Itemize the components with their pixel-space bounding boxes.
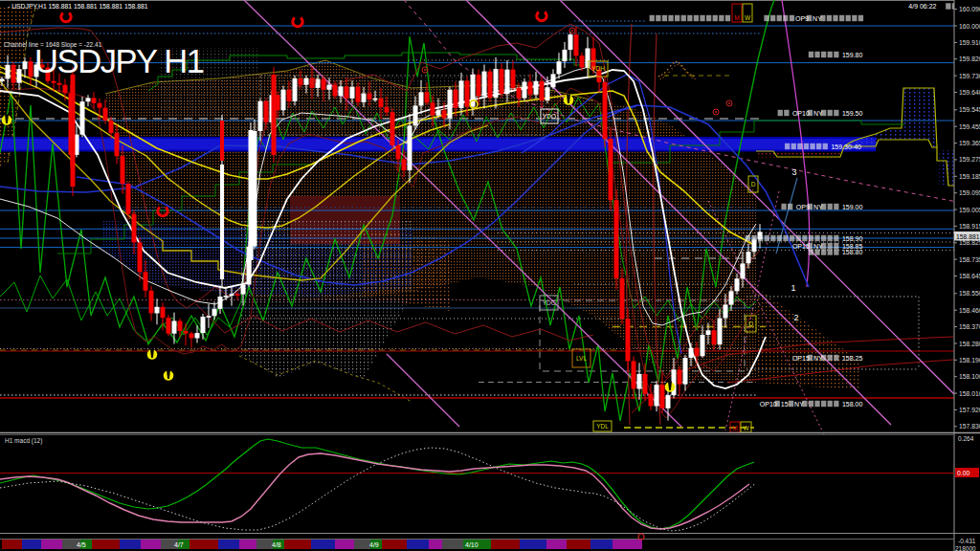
svg-text:158.25: 158.25 [842, 355, 863, 362]
svg-text:159.820: 159.820 [959, 55, 980, 62]
svg-text:158.90: 158.90 [842, 235, 863, 242]
svg-text:159.005: 159.005 [959, 207, 980, 213]
svg-text:4/10: 4/10 [465, 541, 479, 548]
svg-text:0.264: 0.264 [958, 435, 974, 442]
svg-text:3: 3 [791, 167, 796, 177]
svg-text:- USDJPY,H1 158.881 158.881 1: - USDJPY,H1 158.881 158.881 158.881 158.… [8, 3, 148, 10]
svg-text:4/7: 4/7 [174, 541, 184, 548]
svg-text:159.545: 159.545 [959, 106, 980, 113]
svg-text:159.50: 159.50 [842, 110, 863, 117]
svg-text:159.095: 159.095 [959, 189, 980, 196]
svg-text:159.00: 159.00 [842, 204, 863, 210]
svg-text:W: W [743, 425, 749, 431]
svg-text:W: W [745, 14, 751, 21]
svg-text:158.915: 158.915 [959, 223, 980, 230]
svg-text:158.881: 158.881 [956, 233, 980, 240]
svg-text:158.010: 158.010 [959, 390, 980, 397]
svg-text:159.80: 159.80 [842, 52, 863, 58]
svg-text:158.460: 158.460 [959, 307, 980, 314]
svg-text:2: 2 [793, 313, 798, 322]
svg-text:YDO: YDO [543, 113, 556, 120]
svg-text:159.910: 159.910 [959, 39, 980, 46]
svg-text:159.30-40: 159.30-40 [831, 143, 861, 150]
svg-text:0.00: 0.00 [957, 470, 969, 476]
svg-text:218000: 218000 [955, 545, 976, 551]
svg-text:H1 macd (12): H1 macd (12) [5, 437, 42, 445]
svg-text:4/8: 4/8 [272, 541, 281, 548]
svg-text:OP15: OP15 [792, 355, 810, 362]
svg-text:YDH: YDH [591, 65, 605, 72]
svg-text:4/9 06:22: 4/9 06:22 [908, 3, 936, 10]
svg-text:160.000: 160.000 [959, 23, 980, 30]
svg-text:158.190: 158.190 [959, 357, 980, 364]
svg-text:159.365: 159.365 [959, 140, 980, 146]
svg-text:M: M [732, 425, 737, 431]
svg-text:OP10: OP10 [792, 110, 810, 117]
svg-text:YDL: YDL [596, 423, 609, 430]
svg-text:USDJPY H1: USDJPY H1 [34, 43, 205, 79]
svg-text:158.100: 158.100 [959, 373, 980, 380]
svg-text:158.80: 158.80 [842, 249, 863, 255]
svg-text:15: 15 [781, 401, 789, 408]
svg-text:159.185: 159.185 [959, 173, 980, 180]
svg-text:159.455: 159.455 [959, 123, 980, 130]
svg-text:D: D [751, 181, 756, 187]
svg-text:4/9: 4/9 [369, 541, 379, 548]
svg-text:159.275: 159.275 [959, 156, 980, 163]
svg-text:OP15: OP15 [792, 243, 810, 250]
svg-text:YDC: YDC [543, 299, 556, 306]
svg-text:158.735: 158.735 [959, 256, 980, 263]
svg-text:157.920: 157.920 [959, 407, 980, 413]
svg-text:1: 1 [791, 283, 795, 293]
svg-text:158.645: 158.645 [959, 273, 980, 279]
svg-text:4/5: 4/5 [77, 541, 86, 548]
svg-text:158.280: 158.280 [959, 341, 980, 347]
svg-text:158.00: 158.00 [842, 401, 863, 408]
svg-text:159.640: 159.640 [959, 89, 980, 96]
svg-text:158.550: 158.550 [959, 290, 980, 297]
svg-text:158.370: 158.370 [959, 323, 980, 330]
svg-text:LVL: LVL [576, 355, 587, 362]
svg-text:M: M [734, 14, 739, 21]
svg-text:160.090: 160.090 [959, 6, 980, 12]
svg-text:OP10: OP10 [760, 401, 777, 408]
svg-text:-0.431: -0.431 [958, 538, 976, 544]
svg-text:157.830: 157.830 [959, 423, 980, 430]
svg-text:D: D [748, 320, 753, 327]
svg-text:159.730: 159.730 [959, 73, 980, 79]
